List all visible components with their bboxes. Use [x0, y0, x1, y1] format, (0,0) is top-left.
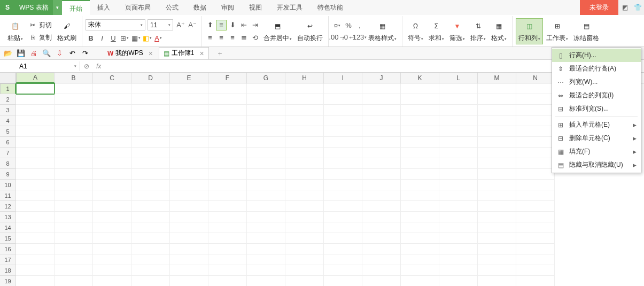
cell[interactable]: [324, 244, 362, 254]
cell[interactable]: [285, 233, 324, 244]
cell[interactable]: [516, 201, 555, 212]
cell[interactable]: [170, 244, 208, 254]
underline-button[interactable]: U: [108, 33, 119, 43]
cell[interactable]: [478, 105, 516, 115]
cell[interactable]: [285, 254, 324, 265]
row-header[interactable]: 12: [0, 201, 16, 212]
cell[interactable]: [208, 222, 247, 233]
cell[interactable]: [170, 180, 208, 190]
cell[interactable]: [401, 137, 439, 148]
cell[interactable]: [516, 137, 555, 148]
cell[interactable]: [516, 265, 555, 276]
cell[interactable]: [247, 169, 285, 180]
cell[interactable]: [55, 148, 93, 158]
cell[interactable]: [516, 244, 555, 254]
paste-button[interactable]: 📋 粘贴▾: [5, 19, 25, 44]
cell[interactable]: [285, 265, 324, 276]
cell[interactable]: [478, 276, 516, 286]
cell[interactable]: [93, 201, 131, 212]
cell[interactable]: [401, 254, 439, 265]
cell[interactable]: [208, 201, 247, 212]
cell[interactable]: [362, 169, 401, 180]
cell[interactable]: [170, 158, 208, 169]
cell[interactable]: [478, 137, 516, 148]
cell[interactable]: [439, 180, 478, 190]
cell[interactable]: [324, 94, 362, 105]
cell[interactable]: [401, 169, 439, 180]
rowcol-button[interactable]: ◫行和列▾: [516, 18, 543, 44]
cell[interactable]: [247, 201, 285, 212]
cell[interactable]: [324, 254, 362, 265]
cell[interactable]: [285, 126, 324, 137]
cell[interactable]: [55, 83, 93, 94]
cell[interactable]: [285, 115, 324, 126]
cell[interactable]: [208, 94, 247, 105]
cell[interactable]: [401, 94, 439, 105]
cell[interactable]: [247, 105, 285, 115]
col-header[interactable]: M: [478, 73, 516, 83]
cell[interactable]: [170, 126, 208, 137]
cell[interactable]: [516, 158, 555, 169]
cell[interactable]: [170, 94, 208, 105]
cell[interactable]: [16, 94, 55, 105]
cell[interactable]: [16, 148, 55, 158]
align-left-button[interactable]: ≡: [205, 33, 215, 43]
add-tab-icon[interactable]: ＋: [215, 49, 225, 58]
cell[interactable]: [131, 233, 170, 244]
row-header[interactable]: 11: [0, 190, 16, 201]
cell[interactable]: [131, 180, 170, 190]
orientation-button[interactable]: ⟲: [250, 33, 260, 43]
dropdown-item[interactable]: ⊞插入单元格(E)▶: [552, 118, 641, 132]
cell[interactable]: [208, 115, 247, 126]
cell[interactable]: [93, 180, 131, 190]
dropdown-item[interactable]: ⊟标准列宽(S)...: [552, 102, 641, 115]
cell[interactable]: [324, 83, 362, 94]
cell[interactable]: [439, 115, 478, 126]
cell[interactable]: [93, 148, 131, 158]
wallet-icon[interactable]: ◩: [618, 0, 631, 15]
cell[interactable]: [247, 126, 285, 137]
bold-button[interactable]: B: [86, 33, 96, 43]
cell[interactable]: [93, 244, 131, 254]
cell[interactable]: [362, 137, 401, 148]
cell[interactable]: [401, 180, 439, 190]
indent-left-button[interactable]: ⇤: [238, 20, 249, 30]
cell[interactable]: [170, 115, 208, 126]
cell[interactable]: [439, 254, 478, 265]
save-icon[interactable]: 💾: [16, 49, 26, 58]
cell[interactable]: [247, 158, 285, 169]
cell[interactable]: [362, 233, 401, 244]
row-header[interactable]: 8: [0, 158, 16, 169]
export-icon[interactable]: ⇩: [55, 49, 64, 58]
cell[interactable]: [131, 265, 170, 276]
cell[interactable]: [478, 265, 516, 276]
col-header[interactable]: G: [247, 73, 285, 83]
cell[interactable]: [16, 244, 55, 254]
cell[interactable]: [516, 254, 555, 265]
align-middle-button[interactable]: ≡: [216, 20, 227, 30]
row-header[interactable]: 6: [0, 137, 16, 148]
cell[interactable]: [439, 169, 478, 180]
redo-icon[interactable]: ↷: [80, 49, 90, 58]
cell[interactable]: [247, 233, 285, 244]
cell[interactable]: [55, 265, 93, 276]
cell[interactable]: [285, 212, 324, 222]
cell[interactable]: [401, 212, 439, 222]
cell[interactable]: [362, 222, 401, 233]
cell[interactable]: [285, 148, 324, 158]
cell[interactable]: [170, 169, 208, 180]
cell[interactable]: [401, 244, 439, 254]
cell[interactable]: [324, 105, 362, 115]
cell[interactable]: [439, 233, 478, 244]
sum-button[interactable]: Σ求和▾: [426, 19, 446, 44]
cell[interactable]: [170, 254, 208, 265]
align-bottom-button[interactable]: ⬇: [227, 20, 238, 30]
font-size-select[interactable]: 11▾: [148, 19, 173, 30]
cell[interactable]: [93, 212, 131, 222]
cell[interactable]: [362, 83, 401, 94]
cell[interactable]: [55, 115, 93, 126]
name-box[interactable]: A1▾: [16, 61, 80, 71]
cell[interactable]: [516, 222, 555, 233]
cell[interactable]: [93, 94, 131, 105]
cell[interactable]: [439, 148, 478, 158]
